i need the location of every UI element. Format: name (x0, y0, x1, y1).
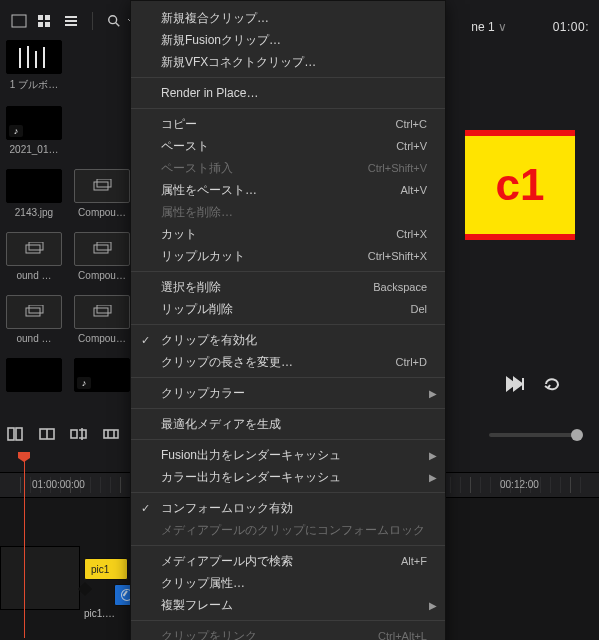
clip-thumb[interactable]: Compou… (74, 232, 130, 281)
clip-thumb[interactable]: Compou… (74, 169, 130, 218)
menu-item-label: 最適化メディアを生成 (161, 416, 281, 433)
menu-item-label: クリップの長さを変更… (161, 354, 293, 371)
zoom-slider[interactable] (489, 433, 579, 437)
tool-icon[interactable] (70, 426, 88, 445)
music-icon: ♪ (9, 125, 23, 137)
view-list-icon[interactable] (60, 12, 82, 30)
svg-rect-15 (97, 179, 111, 187)
menu-item[interactable]: カラー出力をレンダーキャッシュ▶ (131, 466, 445, 488)
svg-rect-19 (97, 242, 111, 250)
svg-rect-17 (29, 242, 43, 250)
check-icon: ✓ (141, 334, 150, 347)
svg-rect-0 (12, 15, 26, 27)
menu-item-label: リップル削除 (161, 301, 233, 318)
clip-thumb[interactable]: ♪2021_01… (6, 106, 62, 155)
menu-shortcut: Ctrl+Alt+L (378, 630, 427, 640)
submenu-arrow-icon: ▶ (429, 450, 437, 461)
svg-rect-1 (38, 15, 43, 20)
clip-thumb[interactable] (6, 358, 62, 396)
menu-item[interactable]: リップルカットCtrl+Shift+X (131, 245, 445, 267)
tool-icon[interactable] (6, 426, 24, 445)
svg-marker-25 (514, 378, 522, 390)
tool-icon[interactable] (102, 426, 120, 445)
svg-rect-2 (45, 15, 50, 20)
check-icon: ✓ (141, 502, 150, 515)
submenu-arrow-icon: ▶ (429, 388, 437, 399)
menu-item[interactable]: クリップの長さを変更…Ctrl+D (131, 351, 445, 373)
menu-shortcut: Backspace (373, 281, 427, 293)
menu-item[interactable]: Render in Place… (131, 82, 445, 104)
menu-item-label: 新規複合クリップ… (161, 10, 269, 27)
view-mode-group (8, 12, 82, 30)
submenu-arrow-icon: ▶ (429, 472, 437, 483)
menu-item[interactable]: 新規Fusionクリップ… (131, 29, 445, 51)
menu-item[interactable]: 選択を削除Backspace (131, 276, 445, 298)
clip-thumb[interactable]: 2143.jpg (6, 169, 62, 218)
menu-item[interactable]: コピーCtrl+C (131, 113, 445, 135)
menu-item[interactable]: クリップカラー▶ (131, 382, 445, 404)
svg-rect-23 (97, 305, 111, 313)
view-thumb-icon[interactable] (34, 12, 56, 30)
menu-shortcut: Ctrl+D (396, 356, 427, 368)
svg-rect-28 (16, 428, 22, 440)
zoom-knob[interactable] (571, 429, 583, 441)
menu-item-label: クリップをリンク (161, 628, 257, 641)
menu-item[interactable]: カットCtrl+X (131, 223, 445, 245)
menu-item[interactable]: クリップ属性… (131, 572, 445, 594)
svg-line-9 (116, 23, 120, 27)
menu-item-label: カット (161, 226, 197, 243)
menu-item[interactable]: 属性をペースト…Alt+V (131, 179, 445, 201)
ruler-time-label: 00:12:00 (500, 479, 539, 490)
timecode-display[interactable]: 01:00: (553, 20, 589, 34)
menu-item[interactable]: ペーストCtrl+V (131, 135, 445, 157)
menu-item[interactable]: ✓コンフォームロック有効 (131, 497, 445, 519)
menu-item-label: コピー (161, 116, 197, 133)
ruler-time-label: 01:00:00:00 (32, 479, 85, 490)
svg-rect-16 (26, 245, 40, 253)
menu-item[interactable]: 新規複合クリップ… (131, 7, 445, 29)
clip-thumb[interactable]: Compou… (74, 295, 130, 344)
menu-shortcut: Ctrl+Shift+X (368, 250, 427, 262)
menu-item-label: ペースト (161, 138, 209, 155)
search-icon[interactable] (103, 12, 125, 30)
menu-item[interactable]: 新規VFXコネクトクリップ… (131, 51, 445, 73)
menu-shortcut: Ctrl+Shift+V (368, 162, 427, 174)
svg-rect-33 (104, 430, 118, 438)
menu-item-label: 新規VFXコネクトクリップ… (161, 54, 316, 71)
menu-item-label: メディアプール内で検索 (161, 553, 293, 570)
svg-rect-4 (45, 22, 50, 27)
menu-item[interactable]: 最適化メディアを生成 (131, 413, 445, 435)
menu-item-label: 複製フレーム (161, 597, 233, 614)
clip-thumb[interactable]: 1 ブルボ… (6, 40, 62, 92)
tool-icon[interactable] (38, 426, 56, 445)
menu-item[interactable]: ✓クリップを有効化 (131, 329, 445, 351)
track-header[interactable] (0, 546, 80, 610)
clip-thumb[interactable]: ound … (6, 232, 62, 281)
timeline-name[interactable]: ne 1 ∨ (471, 20, 507, 34)
menu-item[interactable]: リップル削除Del (131, 298, 445, 320)
menu-item-label: クリップ属性… (161, 575, 245, 592)
menu-item[interactable]: Fusion出力をレンダーキャッシュ▶ (131, 444, 445, 466)
loop-icon[interactable] (543, 376, 563, 395)
clip-thumb[interactable]: ound … (6, 295, 62, 344)
clip-thumb[interactable]: ♪ (74, 358, 130, 396)
media-pool: 1 ブルボ… ♪2021_01… 2143.jpg Compou… ound …… (6, 40, 130, 420)
music-icon: ♪ (77, 377, 91, 389)
viewer-clip-label: c1 (465, 130, 575, 240)
menu-item-label: Render in Place… (161, 86, 258, 100)
menu-item: 属性を削除… (131, 201, 445, 223)
menu-item[interactable]: メディアプール内で検索Alt+F (131, 550, 445, 572)
menu-item-label: メディアプールのクリップにコンフォームロック (161, 522, 425, 539)
menu-shortcut: Alt+F (401, 555, 427, 567)
menu-item-label: カラー出力をレンダーキャッシュ (161, 469, 341, 486)
transport-controls (505, 376, 563, 395)
menu-shortcut: Ctrl+X (396, 228, 427, 240)
clip-label: pic1 (91, 564, 109, 575)
timeline-clip[interactable]: pic1 (84, 558, 128, 580)
next-clip-icon[interactable] (505, 376, 525, 395)
menu-item[interactable]: 複製フレーム▶ (131, 594, 445, 616)
view-somewhat-icon[interactable] (8, 12, 30, 30)
svg-rect-20 (26, 308, 40, 316)
menu-item-label: 属性を削除… (161, 204, 233, 221)
playhead[interactable] (24, 458, 25, 638)
